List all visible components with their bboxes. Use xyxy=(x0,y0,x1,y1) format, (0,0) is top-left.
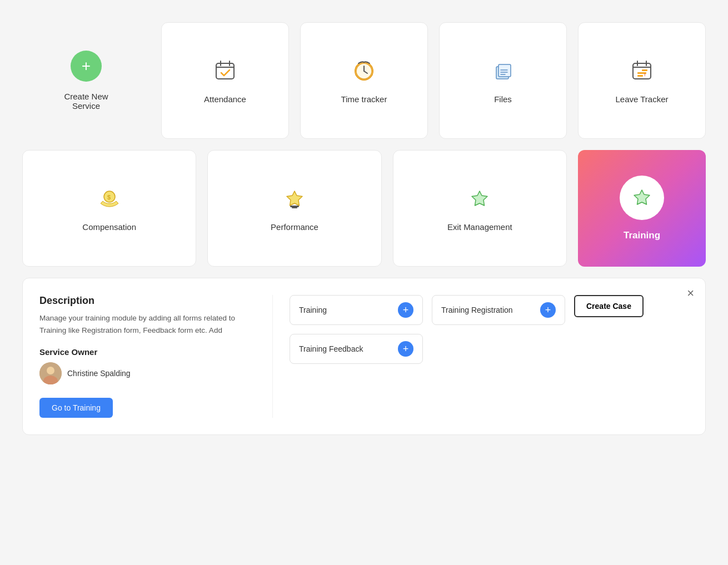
files-card[interactable]: Files xyxy=(439,22,567,139)
exit-management-label: Exit Management xyxy=(447,222,512,232)
svg-rect-0 xyxy=(216,63,234,79)
compensation-label: Compensation xyxy=(82,222,136,232)
time-tracker-card[interactable]: Time tracker xyxy=(300,22,428,139)
training-feedback-label: Training Feedback xyxy=(299,344,363,353)
performance-card[interactable]: Performance xyxy=(207,150,381,267)
training-form-item[interactable]: Training + xyxy=(290,295,423,325)
compensation-icon: $ xyxy=(96,186,123,212)
plus-icon: + xyxy=(71,51,102,82)
close-button[interactable]: × xyxy=(687,287,694,299)
svg-text:!: ! xyxy=(644,72,646,77)
svg-text:$: $ xyxy=(107,194,111,201)
svg-rect-19 xyxy=(637,75,643,77)
svg-rect-24 xyxy=(292,207,297,208)
training-icon-circle xyxy=(620,176,664,220)
compensation-card[interactable]: $ Compensation xyxy=(22,150,196,267)
create-new-service-card[interactable]: + Create NewService xyxy=(22,22,150,139)
create-new-service-label: Create NewService xyxy=(64,92,108,111)
training-registration-form-item[interactable]: Training Registration + xyxy=(432,295,565,325)
owner-row: Christine Spalding xyxy=(39,362,256,384)
detail-right-section: Training + Training Registration + Creat… xyxy=(273,295,689,418)
performance-label: Performance xyxy=(271,222,318,232)
detail-left-section: Description Manage your training module … xyxy=(39,295,273,418)
attendance-label: Attendance xyxy=(204,94,246,104)
svg-rect-23 xyxy=(290,206,299,207)
training-registration-add-button[interactable]: + xyxy=(540,302,556,318)
row1-grid: + Create NewService Attendance xyxy=(22,22,706,139)
owner-name: Christine Spalding xyxy=(67,369,131,378)
service-owner-title: Service Owner xyxy=(39,347,256,357)
training-feedback-add-button[interactable]: + xyxy=(398,341,413,357)
row2-grid: $ Compensation Performance Exit Manageme… xyxy=(22,150,706,267)
detail-title: Description xyxy=(39,295,256,307)
clock-icon xyxy=(351,58,377,84)
leave-tracker-label: Leave Tracker xyxy=(615,94,668,104)
svg-rect-17 xyxy=(642,69,647,71)
training-add-button[interactable]: + xyxy=(398,302,413,318)
training-registration-label: Training Registration xyxy=(441,306,513,314)
attendance-card[interactable]: Attendance xyxy=(161,22,289,139)
training-feedback-form-item[interactable]: Training Feedback + xyxy=(290,334,423,364)
forms-row2: Training Feedback + xyxy=(290,334,689,364)
files-icon xyxy=(490,58,516,84)
exit-management-icon xyxy=(466,186,493,212)
training-label: Training xyxy=(624,230,660,241)
leave-tracker-card[interactable]: ! Leave Tracker xyxy=(578,22,706,139)
goto-training-button[interactable]: Go to Training xyxy=(39,398,113,418)
training-card[interactable]: Training xyxy=(578,150,706,267)
training-form-label: Training xyxy=(299,306,327,314)
performance-icon xyxy=(281,186,308,212)
owner-avatar xyxy=(39,362,62,384)
svg-point-26 xyxy=(47,367,54,374)
attendance-icon xyxy=(212,58,238,84)
forms-row1: Training + Training Registration + Creat… xyxy=(290,295,689,325)
create-case-button[interactable]: Create Case xyxy=(574,295,644,317)
time-tracker-label: Time tracker xyxy=(341,94,387,104)
detail-description: Manage your training module by adding al… xyxy=(39,312,256,336)
detail-panel: × Description Manage your training modul… xyxy=(22,278,706,435)
leave-tracker-icon: ! xyxy=(629,58,655,84)
exit-management-card[interactable]: Exit Management xyxy=(393,150,567,267)
files-label: Files xyxy=(494,94,512,104)
